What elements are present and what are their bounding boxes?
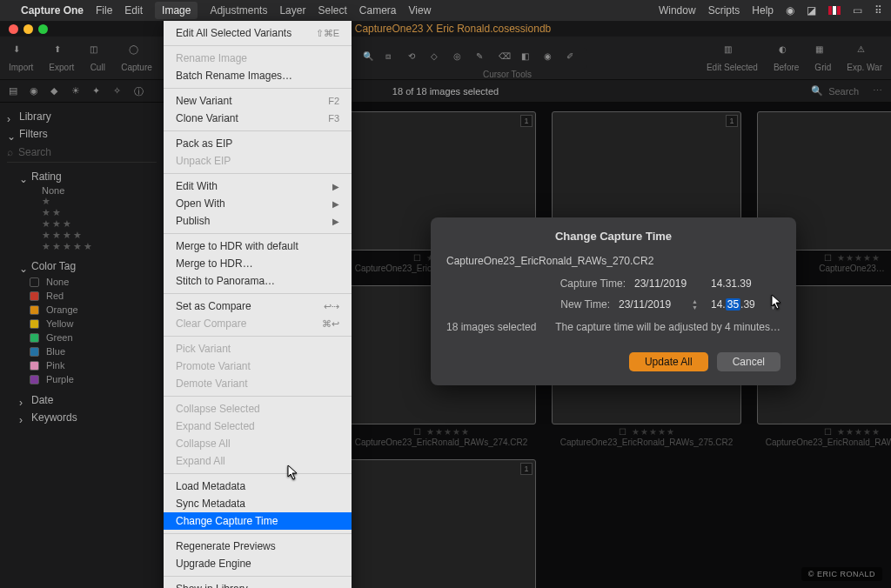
- flag-icon[interactable]: [828, 6, 841, 15]
- menu-item-sync-metadata[interactable]: Sync Metadata: [164, 495, 352, 512]
- edit-selected-button[interactable]: ▥Edit Selected: [707, 44, 758, 72]
- menu-item-upgrade-engine[interactable]: Upgrade Engine: [164, 555, 352, 572]
- rotate-tool-icon[interactable]: ⟲: [408, 51, 422, 65]
- menu-item-change-capture-time[interactable]: Change Capture Time: [164, 512, 352, 530]
- keywords-section[interactable]: ›Keywords: [7, 409, 157, 426]
- menu-camera[interactable]: Camera: [359, 4, 397, 17]
- rating-1[interactable]: ★: [7, 196, 157, 207]
- menu-item-edit-all-selected-variants[interactable]: Edit All Selected Variants⇧⌘E: [164, 24, 352, 42]
- brush-tool-icon[interactable]: ✎: [476, 51, 490, 65]
- checkbox-icon[interactable]: ☐: [619, 427, 626, 437]
- checkbox-icon[interactable]: ☐: [824, 253, 832, 263]
- date-section[interactable]: ›Date: [7, 391, 157, 409]
- menu-view[interactable]: View: [409, 4, 432, 17]
- window-close[interactable]: [9, 24, 18, 34]
- window-minimize[interactable]: [23, 24, 33, 34]
- menu-item-show-in-library[interactable]: Show in Library: [164, 580, 352, 588]
- menu-scripts[interactable]: Scripts: [708, 4, 740, 17]
- menu-image[interactable]: Image: [155, 2, 198, 19]
- sidebar-filters[interactable]: ⌄Filters: [7, 125, 157, 143]
- menu-window[interactable]: Window: [659, 4, 696, 17]
- color-tag-blue[interactable]: Blue: [7, 344, 157, 358]
- sidebar-search[interactable]: ⌕Search: [7, 143, 157, 163]
- menu-item-set-as-compare[interactable]: Set as Compare↩⇢: [164, 297, 352, 315]
- exp-warn-button[interactable]: ⚠Exp. War: [847, 44, 882, 72]
- details-tab-icon[interactable]: ✦: [92, 85, 104, 97]
- search-placeholder[interactable]: Search: [828, 86, 859, 97]
- keystone-tool-icon[interactable]: ◇: [431, 51, 445, 65]
- menu-item-load-metadata[interactable]: Load Metadata: [164, 478, 352, 495]
- rating-section[interactable]: ⌄Rating: [7, 168, 157, 185]
- menu-file[interactable]: File: [96, 4, 112, 17]
- control-center-icon[interactable]: ⠿: [874, 4, 882, 17]
- checkbox-icon[interactable]: ☐: [413, 253, 421, 263]
- menu-edit[interactable]: Edit: [124, 4, 143, 17]
- styles-tab-icon[interactable]: ✧: [113, 85, 125, 97]
- rating-none[interactable]: None: [7, 185, 157, 196]
- rating-2[interactable]: ★★: [7, 207, 157, 218]
- filter-icon[interactable]: ⋯: [873, 85, 882, 97]
- library-tab-icon[interactable]: ▤: [9, 85, 21, 97]
- capture-button[interactable]: ◯Capture: [121, 44, 152, 72]
- color-tag-none[interactable]: None: [7, 275, 157, 289]
- radial-tool-icon[interactable]: ◉: [544, 51, 558, 65]
- export-button[interactable]: ⬆Export: [49, 44, 74, 72]
- checkbox-icon[interactable]: ☐: [413, 427, 421, 437]
- menu-item-open-with[interactable]: Open With▶: [164, 195, 352, 212]
- update-all-button[interactable]: Update All: [629, 352, 708, 371]
- color-tag-orange[interactable]: Orange: [7, 303, 157, 317]
- menu-item-merge-to-hdr-with-default[interactable]: Merge to HDR with default: [164, 237, 352, 255]
- crop-tool-icon[interactable]: ⧈: [385, 51, 399, 65]
- window-maximize[interactable]: [38, 24, 48, 34]
- sidebar-library[interactable]: ›Library: [7, 108, 157, 125]
- rating-stars[interactable]: ★★★★★: [837, 253, 881, 263]
- rating-5[interactable]: ★★★★★: [7, 241, 157, 252]
- rating-stars[interactable]: ★★★★★: [837, 427, 881, 437]
- cancel-button[interactable]: Cancel: [717, 352, 780, 371]
- date-stepper[interactable]: ▲▼: [692, 297, 702, 312]
- annotate-tool-icon[interactable]: ✐: [566, 51, 580, 65]
- search-icon[interactable]: 🔍: [811, 85, 823, 97]
- menu-item-merge-to-hdr[interactable]: Merge to HDR…: [164, 255, 352, 272]
- menu-item-pack-as-eip[interactable]: Pack as EIP: [164, 135, 352, 152]
- color-tag-section[interactable]: ⌄Color Tag: [7, 257, 157, 275]
- color-tag-red[interactable]: Red: [7, 289, 157, 303]
- new-time-input[interactable]: 14.35.39: [711, 298, 761, 311]
- import-button[interactable]: ⬇Import: [9, 44, 33, 72]
- color-tag-pink[interactable]: Pink: [7, 358, 157, 372]
- menu-help[interactable]: Help: [752, 4, 774, 17]
- color-tag-yellow[interactable]: Yellow: [7, 317, 157, 331]
- erase-tool-icon[interactable]: ⌫: [499, 51, 512, 65]
- menu-item-clone-variant[interactable]: Clone VariantF3: [164, 110, 352, 127]
- menu-select[interactable]: Select: [318, 4, 346, 17]
- rating-3[interactable]: ★★★: [7, 218, 157, 230]
- rating-stars[interactable]: ★★★★★: [632, 427, 675, 437]
- menu-layer[interactable]: Layer: [279, 4, 305, 17]
- menu-adjustments[interactable]: Adjustments: [210, 4, 267, 17]
- menu-item-new-variant[interactable]: New VariantF2: [164, 92, 352, 110]
- menu-item-stitch-to-panorama[interactable]: Stitch to Panorama…: [164, 272, 352, 290]
- before-button[interactable]: ◐Before: [774, 44, 799, 72]
- rating-stars[interactable]: ★★★★★: [426, 427, 470, 437]
- new-date-input[interactable]: 23/11/2019: [619, 298, 687, 311]
- color-tag-green[interactable]: Green: [7, 331, 157, 344]
- menu-item-publish[interactable]: Publish▶: [164, 212, 352, 230]
- loupe-tool-icon[interactable]: 🔍: [363, 51, 377, 65]
- menu-item-regenerate-previews[interactable]: Regenerate Previews: [164, 538, 352, 555]
- app-name[interactable]: Capture One: [21, 4, 84, 17]
- thumbnail[interactable]: 1☐★★★★★CaptureOne23…: [346, 459, 536, 588]
- gradient-tool-icon[interactable]: ◧: [521, 51, 535, 65]
- lens-tab-icon[interactable]: ◉: [30, 85, 42, 97]
- exposure-tab-icon[interactable]: ☀: [71, 85, 84, 97]
- checkbox-icon[interactable]: ☐: [824, 427, 832, 437]
- record-icon[interactable]: ◉: [786, 4, 794, 17]
- grid-button[interactable]: ▦Grid: [814, 44, 831, 72]
- spot-tool-icon[interactable]: ◎: [453, 51, 467, 65]
- shape-icon[interactable]: ◪: [807, 4, 816, 17]
- color-tab-icon[interactable]: ◆: [50, 85, 63, 97]
- menu-item-edit-with[interactable]: Edit With▶: [164, 177, 352, 195]
- color-tag-purple[interactable]: Purple: [7, 372, 157, 386]
- metadata-tab-icon[interactable]: ⓘ: [134, 85, 146, 97]
- rating-4[interactable]: ★★★★: [7, 230, 157, 241]
- cull-button[interactable]: ◫Cull: [90, 44, 105, 72]
